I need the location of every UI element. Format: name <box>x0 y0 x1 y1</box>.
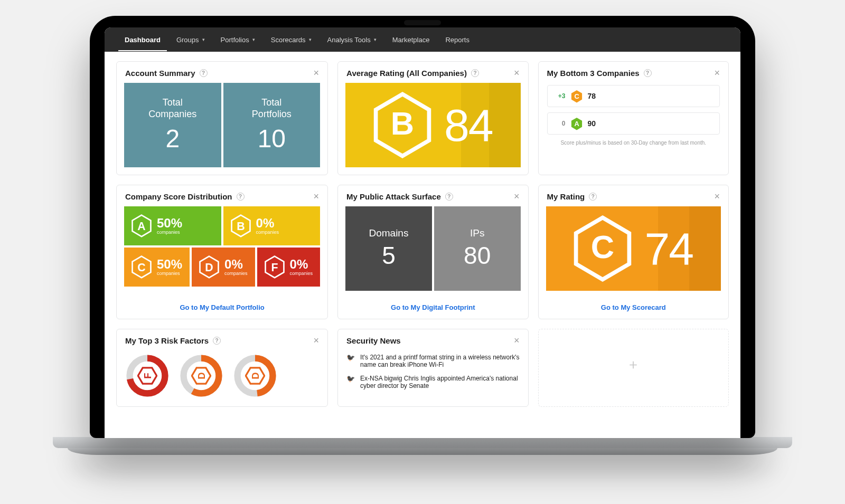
tile-label: Total Companies <box>148 97 196 120</box>
app-screen: Dashboard Groups ▾ Portfolios ▾ Scorecar… <box>105 27 740 438</box>
dist-pct: 50% <box>157 258 182 271</box>
help-icon[interactable]: ? <box>213 337 221 345</box>
card-title-text: Average Rating (All Companies) <box>346 69 467 78</box>
list-item[interactable]: 0 A 90 <box>547 112 720 135</box>
svg-text:C: C <box>591 229 614 265</box>
dist-cell-c[interactable]: C 50%companies <box>124 248 190 287</box>
attack-tiles: Domains 5 IPs 80 <box>345 206 520 291</box>
close-icon[interactable]: × <box>514 68 520 78</box>
news-list: 🐦‍⬛ It's 2021 and a printf format string… <box>338 350 528 406</box>
delta-value: 0 <box>554 120 566 127</box>
risk-donut[interactable]: D <box>232 353 278 399</box>
tile-domains[interactable]: Domains 5 <box>345 206 432 291</box>
card-title: Company Score Distribution ? <box>125 192 245 201</box>
svg-text:D: D <box>250 372 261 379</box>
grade-hexagon-icon: D <box>199 255 219 279</box>
card-account-summary: Account Summary ? × Total Companies <box>116 61 328 175</box>
news-item[interactable]: 🐦‍⬛ Ex-NSA bigwig Chris Inglis appointed… <box>345 372 520 393</box>
close-icon[interactable]: × <box>314 68 320 78</box>
help-icon[interactable]: ? <box>589 193 597 201</box>
nav-portfolios[interactable]: Portfolios ▾ <box>214 28 261 51</box>
nav-label: Dashboard <box>125 36 161 44</box>
nav-label: Reports <box>445 36 470 44</box>
tile-label: Domains <box>369 227 408 239</box>
card-title-text: Company Score Distribution <box>125 192 232 201</box>
dist-cell-b[interactable]: B 0%companies <box>223 206 321 245</box>
news-headline: It's 2021 and a printf format string in … <box>360 354 519 368</box>
tile-value: 10 <box>258 124 286 153</box>
dist-cell-d[interactable]: D 0%companies <box>192 248 255 287</box>
link-default-portfolio[interactable]: Go to My Default Portfolio <box>117 298 327 319</box>
risk-donut[interactable]: D <box>178 353 224 399</box>
tile-value: 5 <box>382 241 396 270</box>
card-title: Average Rating (All Companies) ? <box>346 69 479 78</box>
help-icon[interactable]: ? <box>237 193 245 201</box>
help-icon[interactable]: ? <box>445 193 453 201</box>
nav-scorecards[interactable]: Scorecards ▾ <box>265 28 318 51</box>
company-score: 90 <box>588 119 596 128</box>
close-icon[interactable]: × <box>514 336 520 345</box>
svg-text:C: C <box>574 92 579 100</box>
top-nav: Dashboard Groups ▾ Portfolios ▾ Scorecar… <box>105 27 740 52</box>
close-icon[interactable]: × <box>314 192 320 201</box>
close-icon[interactable]: × <box>714 192 720 201</box>
rating-hero: B 84 <box>345 83 520 167</box>
summary-tiles: Total Companies 2 Total Portfolios <box>124 83 320 167</box>
dist-sub: companies <box>290 271 313 276</box>
nav-label: Groups <box>176 36 199 44</box>
add-widget-icon[interactable]: ＋ <box>626 355 640 374</box>
card-risk-factors: My Top 3 Risk Factors ? × F D D <box>116 329 328 407</box>
dist-pct: 0% <box>290 258 313 271</box>
tile-ips[interactable]: IPs 80 <box>434 206 521 291</box>
card-bottom-companies: My Bottom 3 Companies ? × +3 C <box>538 61 729 175</box>
grade-hexagon-icon: B <box>231 214 251 237</box>
card-title-text: My Public Attack Surface <box>346 192 441 201</box>
nav-label: Scorecards <box>271 36 306 44</box>
tile-total-companies[interactable]: Total Companies 2 <box>124 83 221 167</box>
tile-value: 80 <box>464 241 491 270</box>
nav-reports[interactable]: Reports <box>439 28 476 51</box>
dist-sub: companies <box>157 271 182 276</box>
svg-text:D: D <box>196 372 207 379</box>
dist-cell-f[interactable]: F 0%companies <box>257 248 321 287</box>
svg-text:B: B <box>391 105 414 141</box>
card-title-text: My Rating <box>547 192 585 201</box>
close-icon[interactable]: × <box>514 192 520 201</box>
svg-text:F: F <box>271 261 278 274</box>
list-item[interactable]: +3 C 78 <box>547 85 720 107</box>
card-title-text: Account Summary <box>125 69 195 78</box>
tile-label: Total Portfolios <box>252 97 292 120</box>
nav-dashboard[interactable]: Dashboard <box>118 28 167 51</box>
news-item[interactable]: 🐦‍⬛ It's 2021 and a printf format string… <box>345 350 520 372</box>
tile-total-portfolios[interactable]: Total Portfolios 10 <box>223 83 321 167</box>
chevron-down-icon: ▾ <box>309 37 312 42</box>
close-icon[interactable]: × <box>314 336 320 345</box>
link-digital-footprint[interactable]: Go to My Digital Footprint <box>338 298 528 319</box>
card-title-text: My Top 3 Risk Factors <box>125 336 209 345</box>
dist-pct: 50% <box>157 217 182 230</box>
card-security-news: Security News × 🐦‍⬛ It's 2021 and a prin… <box>337 329 528 407</box>
nav-groups[interactable]: Groups ▾ <box>170 28 211 51</box>
grade-hexagon-icon: F <box>265 255 285 279</box>
dist-pct: 0% <box>224 258 248 271</box>
grade-hexagon-icon: C <box>574 215 632 282</box>
rating-hero: C 74 <box>546 206 721 291</box>
grade-hexagon-icon: A <box>132 214 152 237</box>
dist-sub: companies <box>256 230 279 235</box>
help-icon[interactable]: ? <box>644 69 652 77</box>
bottom-company-list: +3 C 78 0 A <box>546 83 721 137</box>
news-icon: 🐦‍⬛ <box>346 354 355 368</box>
nav-analysis-tools[interactable]: Analysis Tools ▾ <box>321 28 383 51</box>
card-title: My Top 3 Risk Factors ? <box>125 336 221 345</box>
laptop-frame: Dashboard Groups ▾ Portfolios ▾ Scorecar… <box>90 16 755 438</box>
nav-marketplace[interactable]: Marketplace <box>386 28 436 51</box>
card-title: Account Summary ? <box>125 69 208 78</box>
news-icon: 🐦‍⬛ <box>346 375 355 389</box>
card-title-text: My Bottom 3 Companies <box>547 69 640 78</box>
dist-cell-a[interactable]: A 50%companies <box>124 206 221 245</box>
close-icon[interactable]: × <box>714 68 720 78</box>
risk-donut[interactable]: F <box>124 353 171 399</box>
help-icon[interactable]: ? <box>200 69 208 77</box>
help-icon[interactable]: ? <box>471 69 479 77</box>
link-my-scorecard[interactable]: Go to My Scorecard <box>539 298 728 319</box>
